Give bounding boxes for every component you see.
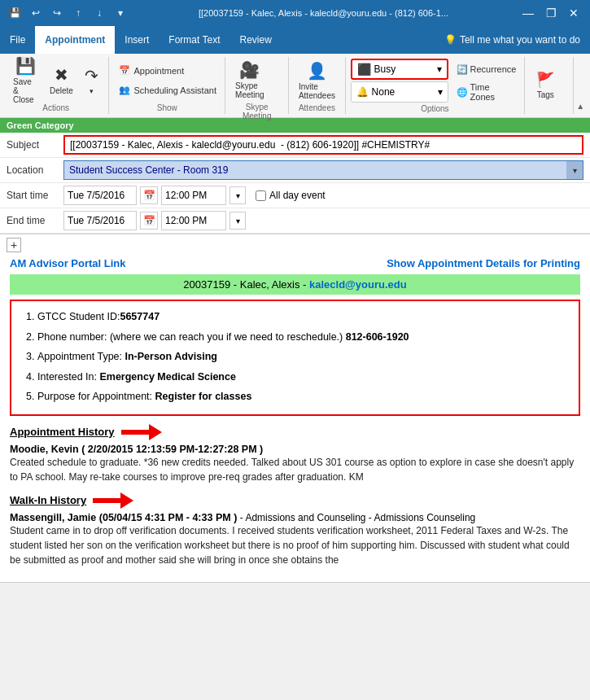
ribbon-collapse-button[interactable]: ▲ [574, 102, 587, 111]
location-dropdown-arrow[interactable]: ▾ [566, 161, 583, 179]
detail-item-2: Phone number: (where we can reach you if… [37, 328, 569, 347]
add-button[interactable]: + [7, 238, 21, 252]
delete-button[interactable]: ✖ Delete [45, 59, 77, 102]
location-input[interactable] [64, 161, 566, 179]
details-list: GTCC Student ID:5657747 Phone number: (w… [21, 308, 569, 406]
tags-button[interactable]: 🚩 Tags [530, 63, 561, 106]
menu-review[interactable]: Review [230, 26, 282, 54]
invite-icon: 👤 [307, 61, 327, 81]
end-time-input[interactable] [161, 211, 226, 230]
none-label: None [372, 86, 396, 98]
undo-icon[interactable]: ↩ [28, 5, 44, 21]
location-wrapper: ▾ [63, 160, 583, 180]
menu-file[interactable]: File [0, 26, 35, 54]
start-time-arrow[interactable]: ▾ [229, 186, 246, 204]
menu-bar: File Appointment Insert Format Text Revi… [0, 26, 590, 54]
invite-label: InviteAttendees [299, 82, 335, 100]
ribbon: 💾 Save &Close ✖ Delete ↷ ▾ Actions � [0, 54, 590, 118]
detail-value-2: 812-606-1920 [346, 331, 409, 343]
down-icon[interactable]: ↓ [91, 5, 107, 21]
subject-input[interactable] [63, 135, 583, 155]
detail-value-4: Emergency Medical Science [99, 371, 235, 383]
menu-format-text[interactable]: Format Text [159, 26, 229, 54]
walkin-name-1: Massengill, Jamie (05/04/15 4:31 PM - 4:… [10, 512, 580, 523]
ribbon-group-skype: 🎥 SkypeMeeting Skype Meeting [225, 57, 289, 114]
end-datetime-wrapper: 📅 ▾ [63, 211, 246, 230]
start-time-input[interactable] [161, 186, 226, 205]
delete-label: Delete [50, 86, 73, 95]
minimize-button[interactable]: — [518, 3, 538, 23]
menu-insert[interactable]: Insert [115, 26, 159, 54]
print-link[interactable]: Show Appointment Details for Printing [387, 257, 580, 269]
walkin-text-1: Student came in to drop off verification… [10, 523, 580, 567]
forward-button[interactable]: ↷ ▾ [79, 59, 103, 102]
recurrence-icon: 🔄 [457, 64, 468, 75]
skype-meeting-button[interactable]: 🎥 SkypeMeeting [230, 59, 269, 101]
redo-icon[interactable]: ↪ [49, 5, 65, 21]
skype-icon: 🎥 [239, 60, 260, 80]
reminder-dropdown[interactable]: 🔔 None ▾ [351, 81, 448, 103]
detail-value-5: Register for classes [155, 391, 252, 402]
student-details: GTCC Student ID:5657747 Phone number: (w… [10, 300, 580, 416]
allday-label: All day event [269, 190, 326, 201]
end-time-label: End time [7, 215, 63, 226]
up-icon[interactable]: ↑ [70, 5, 86, 21]
window-title: [[20037159 - Kalec, Alexis - kalecld@you… [129, 8, 518, 18]
none-arrow-icon: ▾ [438, 86, 443, 98]
allday-check: All day event [256, 190, 326, 201]
end-time-arrow[interactable]: ▾ [229, 212, 246, 230]
tags-icon: 🚩 [536, 71, 554, 89]
time-zones-button[interactable]: 🌐 Time Zones [452, 83, 522, 101]
svg-marker-1 [149, 424, 162, 440]
detail-value-1: 5657747 [120, 311, 160, 322]
title-bar-icons: 💾 ↩ ↪ ↑ ↓ ▾ [7, 5, 129, 21]
form-area: Green Category Subject Location ▾ Start … [0, 118, 590, 234]
appointment-button[interactable]: 📅 Appointment [114, 62, 221, 80]
content-scroll[interactable]: AM Advisor Portal Link Show Appointment … [0, 234, 590, 582]
close-button[interactable]: ✕ [564, 3, 583, 23]
recurrence-button[interactable]: 🔄 Recurrence [452, 60, 522, 78]
save-close-label: Save &Close [13, 77, 38, 104]
ribbon-group-tags: 🚩 Tags [525, 57, 574, 114]
forward-icon: ↷ [85, 66, 98, 85]
menu-appointment[interactable]: Appointment [35, 26, 115, 54]
save-close-button[interactable]: 💾 Save &Close [8, 59, 43, 102]
scheduling-icon: 👥 [119, 85, 130, 95]
window-controls: — ❐ ✕ [518, 3, 583, 23]
portal-link[interactable]: AM Advisor Portal Link [10, 257, 126, 269]
invite-attendees-button[interactable]: 👤 InviteAttendees [294, 59, 339, 102]
title-bar: 💾 ↩ ↪ ↑ ↓ ▾ [[20037159 - Kalec, Alexis -… [0, 0, 590, 26]
ribbon-group-options: ⬛ Busy ▾ 🔄 Recurrence 🔔 None [346, 57, 526, 114]
appointment-label: Appointment [133, 66, 184, 76]
lightbulb-icon: 💡 [444, 34, 457, 46]
walkin-history-label: Walk-In History [10, 494, 86, 506]
scheduling-assistant-button[interactable]: 👥 Scheduling Assistant [114, 81, 221, 99]
start-date-input[interactable] [63, 186, 137, 205]
appointment-history-label: Appointment History [10, 426, 115, 438]
skype-label: SkypeMeeting [235, 81, 264, 99]
start-calendar-button[interactable]: 📅 [140, 186, 158, 204]
status-bar [0, 582, 590, 600]
start-time-label: Start time [7, 190, 63, 201]
tell-me-bar[interactable]: 💡 Tell me what you want to do [435, 26, 590, 54]
save-icon[interactable]: 💾 [7, 5, 23, 21]
tags-group-label [530, 111, 568, 112]
start-time-row: Start time 📅 ▾ All day event [0, 183, 590, 208]
student-email-link[interactable]: kalecld@youru.edu [309, 278, 407, 291]
restore-button[interactable]: ❐ [541, 3, 561, 23]
busy-dropdown[interactable]: ⬛ Busy ▾ [351, 59, 448, 80]
more-icon[interactable]: ▾ [112, 5, 129, 21]
allday-checkbox[interactable] [256, 190, 266, 201]
svg-rect-0 [121, 430, 149, 435]
recurrence-label: Recurrence [470, 64, 517, 74]
student-name: 20037159 - Kalec, Alexis - [183, 278, 309, 291]
attendees-group-label: Attendees [294, 102, 339, 112]
busy-label: Busy [374, 63, 396, 75]
ribbon-group-actions: 💾 Save &Close ✖ Delete ↷ ▾ Actions [3, 57, 109, 114]
appointment-icon: 📅 [119, 65, 130, 76]
busy-icon: ⬛ [357, 63, 371, 76]
show-group-label: Show [114, 102, 220, 112]
forward-label: ▾ [90, 87, 94, 95]
end-calendar-button[interactable]: 📅 [140, 212, 158, 230]
end-date-input[interactable] [63, 211, 137, 230]
